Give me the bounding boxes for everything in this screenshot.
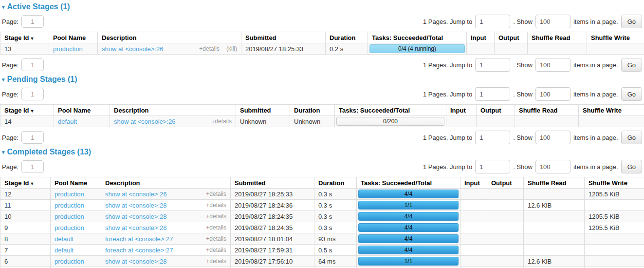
column-header-duration[interactable]: Duration (314, 177, 357, 189)
column-header-output[interactable]: Output (487, 177, 524, 189)
pages-count-text: 1 Pages. Jump to (423, 61, 472, 69)
items-per-page-input[interactable] (535, 15, 570, 28)
column-header-stage-id[interactable]: Stage Id▾ (0, 105, 54, 116)
go-button[interactable]: Go (621, 58, 642, 72)
stage-row: 8defaultforeach at <console>:27+details2… (0, 233, 644, 245)
pool-name-link[interactable]: default (58, 118, 77, 125)
description-link[interactable]: foreach at <console>:27 (105, 235, 173, 243)
stage-row: 14defaultshow at <console>:26+detailsUnk… (0, 116, 644, 127)
column-header-submitted[interactable]: Submitted (236, 105, 290, 116)
items-per-page-input[interactable] (535, 160, 570, 173)
kill-stage-link[interactable]: (kill) (226, 45, 237, 52)
page-number-input[interactable] (21, 88, 44, 100)
items-per-page-input[interactable] (535, 131, 570, 144)
column-header-shuffle-read[interactable]: Shuffle Read (515, 105, 579, 116)
details-toggle-link[interactable]: +details (206, 247, 226, 253)
description-link[interactable]: show at <console>:26 (102, 45, 163, 53)
pool-name-link[interactable]: production (55, 224, 84, 231)
page-number-input[interactable] (21, 58, 44, 71)
pool-name-link[interactable]: default (55, 247, 74, 254)
pool-name-link[interactable]: production (55, 202, 84, 209)
column-header-shuffle-read[interactable]: Shuffle Read (528, 32, 587, 43)
jump-to-page-input[interactable] (475, 58, 510, 72)
cell-shuffle-read: 12.6 KiB (524, 200, 585, 211)
cell-tasks: 0/4 (4 running) (368, 43, 467, 55)
description-link[interactable]: foreach at <console>:27 (105, 247, 173, 254)
details-toggle-link[interactable]: +details (211, 118, 232, 125)
column-header-output[interactable]: Output (477, 105, 515, 116)
jump-to-page-input[interactable] (475, 160, 510, 173)
jump-to-page-input[interactable] (475, 15, 510, 28)
pending-stages-header[interactable]: ▾Pending Stages (1) (2, 75, 642, 84)
details-toggle-link[interactable]: +details (206, 202, 226, 209)
details-toggle-link[interactable]: +details (206, 213, 226, 220)
cell-output (487, 211, 524, 222)
go-button[interactable]: Go (621, 131, 642, 144)
go-button[interactable]: Go (621, 15, 642, 28)
cell-description: show at <console>:26+details(kill) (98, 43, 241, 55)
pool-name-link[interactable]: production (55, 213, 84, 220)
column-header-pool-name[interactable]: Pool Name (49, 32, 98, 43)
description-link[interactable]: show at <console>:26 (105, 191, 166, 198)
column-header-shuffle-write[interactable]: Shuffle Write (587, 32, 644, 43)
jump-to-page-input[interactable] (475, 131, 510, 144)
column-header-output[interactable]: Output (495, 32, 528, 43)
page-number-input[interactable] (21, 131, 44, 144)
stage-row: 12productionshow at <console>:26+details… (0, 189, 644, 200)
pool-name-link[interactable]: production (55, 191, 84, 198)
stage-row: 10productionshow at <console>:28+details… (0, 211, 644, 222)
description-link[interactable]: show at <console>:28 (105, 202, 166, 209)
collapse-arrow-icon: ▾ (2, 149, 5, 155)
column-header-stage-id[interactable]: Stage Id▾ (0, 177, 51, 189)
go-button[interactable]: Go (621, 160, 642, 173)
column-header-stage-id[interactable]: Stage Id▾ (0, 32, 49, 43)
cell-input (460, 200, 487, 211)
column-header-description[interactable]: Description (110, 105, 236, 116)
cell-duration: 93 ms (314, 233, 357, 245)
column-header-description[interactable]: Description (98, 32, 241, 43)
column-header-description[interactable]: Description (101, 177, 231, 189)
column-header-duration[interactable]: Duration (326, 32, 368, 43)
cell-description: foreach at <console>:27+details (101, 245, 231, 256)
jump-to-page-input[interactable] (475, 87, 510, 101)
go-button[interactable]: Go (621, 87, 642, 101)
details-toggle-link[interactable]: +details (199, 45, 220, 52)
details-toggle-link[interactable]: +details (206, 191, 226, 197)
pool-name-link[interactable]: default (55, 235, 74, 243)
column-header-duration[interactable]: Duration (290, 105, 335, 116)
page-number-input[interactable] (21, 160, 44, 173)
cell-input (460, 245, 487, 256)
pool-name-link[interactable]: production (53, 45, 83, 53)
details-toggle-link[interactable]: +details (206, 235, 226, 242)
completed-stages-header[interactable]: ▾Completed Stages (13) (2, 148, 642, 156)
description-link[interactable]: show at <console>:28 (105, 224, 166, 231)
items-per-page-input[interactable] (535, 87, 570, 101)
column-header-tasks[interactable]: Tasks: Succeeded/Total (335, 105, 446, 116)
items-per-page-input[interactable] (535, 58, 570, 72)
cell-shuffle-read (515, 116, 579, 127)
cell-input (460, 233, 487, 245)
column-header-submitted[interactable]: Submitted (231, 177, 314, 189)
column-header-pool-name[interactable]: Pool Name (54, 105, 110, 116)
details-toggle-link[interactable]: +details (206, 224, 226, 231)
active-stages-header[interactable]: ▾Active Stages (1) (2, 2, 642, 11)
column-header-input[interactable]: Input (446, 105, 477, 116)
pool-name-link[interactable]: production (55, 258, 84, 265)
column-header-pool-name[interactable]: Pool Name (51, 177, 101, 189)
page-number-input[interactable] (21, 15, 44, 28)
column-header-shuffle-write[interactable]: Shuffle Write (585, 177, 644, 189)
column-header-shuffle-read[interactable]: Shuffle Read (524, 177, 585, 189)
column-header-tasks[interactable]: Tasks: Succeeded/Total (357, 177, 460, 189)
column-header-input[interactable]: Input (460, 177, 487, 189)
description-link[interactable]: show at <console>:28 (105, 258, 166, 265)
description-link[interactable]: show at <console>:28 (105, 213, 166, 220)
description-link[interactable]: show at <console>:26 (114, 118, 175, 125)
cell-stage-id: 8 (0, 233, 51, 245)
pagination-bar: Page: 1 Pages. Jump to . Show items in a… (2, 160, 642, 173)
column-header-input[interactable]: Input (467, 32, 495, 43)
cell-shuffle-write (587, 43, 644, 55)
column-header-tasks[interactable]: Tasks: Succeeded/Total (368, 32, 467, 43)
details-toggle-link[interactable]: +details (206, 258, 226, 265)
column-header-shuffle-write[interactable]: Shuffle Write (579, 105, 644, 116)
column-header-submitted[interactable]: Submitted (241, 32, 326, 43)
